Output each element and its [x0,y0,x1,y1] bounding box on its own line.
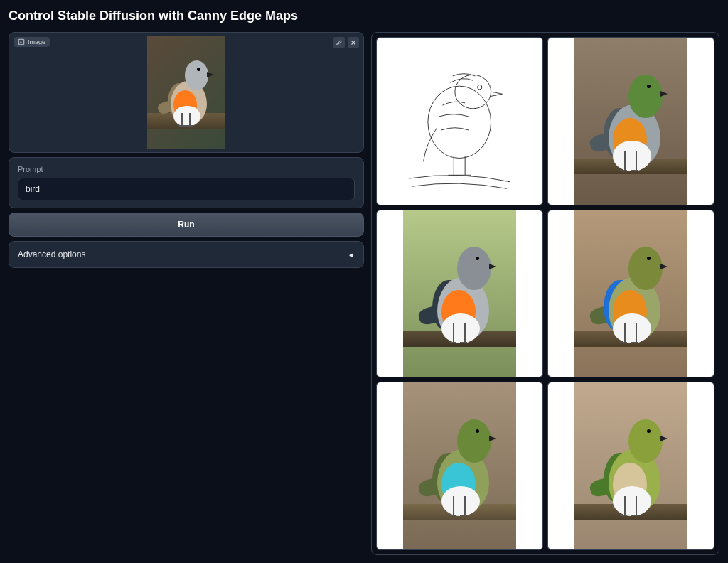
svg-point-4 [478,85,482,90]
input-image-preview[interactable] [147,36,225,149]
main-layout: Image [9,32,719,555]
edit-image-button[interactable] [333,37,345,48]
image-tag: Image [14,37,50,47]
gallery-item[interactable] [376,210,543,378]
prompt-input[interactable] [18,178,355,200]
image-upload-panel[interactable]: Image [9,32,364,153]
pencil-icon [336,39,343,46]
gallery-item[interactable] [547,210,714,378]
gallery-item-edge-map[interactable] [376,37,543,205]
close-icon [350,39,357,46]
gallery-item[interactable] [547,382,714,550]
gallery-item[interactable] [376,382,543,550]
prompt-panel: Prompt [9,157,364,208]
advanced-options-toggle[interactable]: Advanced options ◄ [9,241,364,268]
clear-image-button[interactable] [348,37,359,48]
image-actions [333,37,359,48]
output-gallery [371,32,719,555]
prompt-label: Prompt [18,165,355,173]
gallery-item[interactable] [547,37,714,205]
svg-point-3 [455,75,491,109]
page-title: Control Stable Diffusion with Canny Edge… [9,9,719,23]
svg-point-1 [20,41,21,42]
collapse-icon: ◄ [348,251,355,259]
image-icon [18,38,25,45]
advanced-options-label: Advanced options [18,250,85,259]
left-column: Image [9,32,364,555]
svg-point-2 [428,86,491,158]
edge-map-svg [403,38,515,205]
image-tag-label: Image [28,38,46,45]
run-button[interactable]: Run [9,213,364,237]
